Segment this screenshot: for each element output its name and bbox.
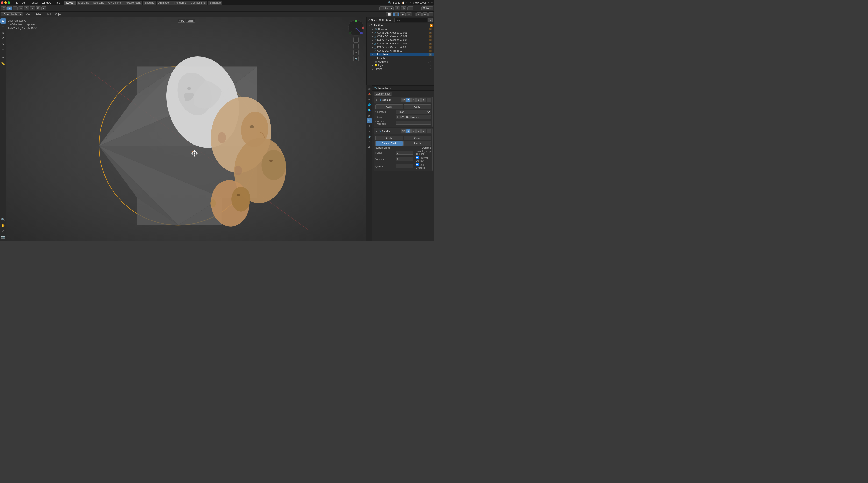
tab-uv-editing[interactable]: UV Editing: [106, 1, 123, 5]
outliner-item-cory6[interactable]: ▶ △ CORY OBJ Cleaned v2 🔽: [370, 49, 434, 53]
subdiv-down-btn[interactable]: ▼: [422, 129, 426, 134]
props-material-btn[interactable]: ⬟: [367, 145, 372, 150]
props-render-btn[interactable]: 🎬: [367, 86, 372, 91]
outliner-item-modifiers[interactable]: ⚙ Modifiers ⚙✏: [372, 60, 434, 63]
subdiv-render-btn[interactable]: 🎬: [401, 129, 405, 134]
bool-down-btn[interactable]: ▼: [422, 98, 426, 102]
outliner-item-cory2[interactable]: ▶ △ CORY OBJ Cleaned v2.002 🔽: [370, 34, 434, 38]
outliner-item-cory4[interactable]: ▶ △ CORY OBJ Cleaned v2.004 🔽: [370, 42, 434, 46]
tab-texture-paint[interactable]: Texture Paint: [123, 1, 142, 5]
props-physics-btn[interactable]: ≋: [367, 129, 372, 134]
bool-edit-btn[interactable]: ✏: [411, 98, 416, 102]
toolbar-mode-btn[interactable]: ⬚: [1, 6, 6, 10]
optimal-display-checkbox[interactable]: [416, 156, 419, 159]
bool-apply-btn[interactable]: Apply: [375, 105, 403, 109]
xray-btn[interactable]: ⊕: [423, 12, 428, 17]
render-input[interactable]: [396, 151, 413, 155]
camera-view-btn[interactable]: 📷: [353, 56, 359, 61]
outliner-item-cory1[interactable]: ▶ △ CORY OBJ Cleaned v2.001 🔽: [370, 31, 434, 34]
tab-shading[interactable]: Shading: [143, 1, 156, 5]
tool-extra-4[interactable]: 📷: [0, 234, 6, 239]
bool-render-btn[interactable]: 🎬: [401, 98, 405, 102]
props-modifier-btn[interactable]: 🔧: [367, 118, 372, 123]
outliner-item-cory3[interactable]: ▶ △ CORY OBJ Cleaned v2.003 🔽: [370, 38, 434, 42]
tab-layout[interactable]: Layout: [64, 1, 76, 5]
options-btn[interactable]: Options: [422, 6, 433, 10]
outliner-filter-btn[interactable]: ▼: [428, 18, 433, 23]
modifier-boolean-header[interactable]: ▼ ⬡ Boolean 🎬 👁 ✏ ▲ ▼ ⋯: [374, 97, 432, 103]
subdiv-copy-btn[interactable]: Copy: [404, 136, 431, 140]
mode-select[interactable]: Object Mode: [1, 12, 23, 17]
tool-annotate[interactable]: ✏: [0, 55, 6, 60]
outliner-item-light[interactable]: ▶ 💡 Light ⊙: [370, 63, 434, 67]
tool-move[interactable]: ⊕: [0, 30, 6, 35]
tool-rotate[interactable]: ↺: [0, 36, 6, 41]
solid-btn[interactable]: ⬛: [393, 12, 399, 17]
simple-tab[interactable]: Simple: [403, 141, 431, 146]
props-output-btn[interactable]: 📤: [367, 92, 372, 96]
snap-btn[interactable]: ⊡: [395, 6, 400, 10]
proportional-btn[interactable]: ◎: [401, 6, 406, 10]
minimize-button[interactable]: [4, 1, 7, 4]
nav-add[interactable]: Add: [45, 13, 52, 16]
material-btn[interactable]: ◐: [400, 12, 405, 17]
subdiv-apply-btn[interactable]: Apply: [375, 136, 403, 140]
toolbar-rotate-btn[interactable]: ↻: [24, 6, 29, 10]
tool-measure[interactable]: 📏: [0, 61, 6, 66]
bool-object-input[interactable]: [396, 115, 431, 119]
global-select[interactable]: Global: [379, 6, 394, 10]
zoom-out-btn[interactable]: −: [353, 44, 359, 49]
outliner-item-cory5[interactable]: ▶ △ CORY OBJ Cleaned v2.005 🔽: [370, 46, 434, 49]
bool-up-btn[interactable]: ▲: [416, 98, 421, 102]
bool-operation-select[interactable]: Union: [396, 110, 431, 114]
add-modifier-btn[interactable]: Add Modifier: [374, 92, 392, 96]
tool-scale[interactable]: ⤡: [0, 41, 6, 47]
tool-select[interactable]: ▶: [0, 18, 6, 24]
menu-file[interactable]: File: [12, 1, 20, 5]
modifier-subdiv-header[interactable]: ▼ ⬡ Subdiv 🎬 👁 ✏ ▲ ▼ ⋯: [374, 129, 432, 134]
tab-animation[interactable]: Animation: [156, 1, 172, 5]
bool-viewport-btn[interactable]: 👁: [406, 98, 410, 102]
props-constraints-btn[interactable]: 🔗: [367, 134, 372, 139]
props-particles-btn[interactable]: ✦: [367, 123, 372, 129]
subdiv-viewport-btn[interactable]: 👁: [406, 129, 410, 134]
wireframe-btn[interactable]: ⬜: [386, 12, 392, 17]
subdiv-up-btn[interactable]: ▲: [416, 129, 421, 134]
toolbar-extra-btn[interactable]: ∧: [41, 6, 46, 10]
toolbar-scale-btn[interactable]: ⤡: [30, 6, 35, 10]
props-data-btn[interactable]: △: [367, 140, 372, 144]
tool-extra-3[interactable]: ⤢: [0, 228, 6, 234]
rendered-btn[interactable]: ☀: [406, 12, 412, 17]
vp-select-btn[interactable]: Select: [186, 19, 195, 23]
quality-input[interactable]: [396, 164, 413, 168]
menu-window[interactable]: Window: [40, 1, 53, 5]
outliner-item-point[interactable]: ▶ • Point ⊙: [370, 67, 434, 71]
nav-object[interactable]: Object: [54, 13, 64, 16]
toolbar-select-btn[interactable]: ▶: [7, 6, 12, 10]
close-button[interactable]: [1, 1, 3, 4]
tool-extra-1[interactable]: 🔍: [0, 217, 6, 222]
more-btn[interactable]: ⋯: [407, 6, 413, 10]
subdiv-edit-btn[interactable]: ✏: [411, 129, 416, 134]
tab-modeling[interactable]: Modeling: [76, 1, 91, 5]
zoom-in-btn[interactable]: +: [353, 37, 359, 42]
bool-menu-btn[interactable]: ⋯: [427, 98, 431, 102]
outliner-item-icosphere-mesh[interactable]: ○ Icosphere: [372, 56, 434, 60]
bool-overlap-input[interactable]: 0.000001 m: [396, 121, 431, 125]
tool-transform[interactable]: ⊞: [0, 47, 6, 53]
use-creases-checkbox[interactable]: [416, 163, 419, 166]
outliner-item-camera[interactable]: ▶ 📷 Camera 🔽: [370, 27, 434, 31]
bool-copy-btn[interactable]: Copy: [404, 105, 431, 109]
toolbar-cursor-btn[interactable]: +: [13, 6, 18, 10]
menu-render[interactable]: Render: [28, 1, 40, 5]
nav-select[interactable]: Select: [34, 13, 44, 16]
tab-sculpting[interactable]: Sculpting: [91, 1, 106, 5]
menu-edit[interactable]: Edit: [20, 1, 28, 5]
outliner-item-icosphere[interactable]: ▼ ○ Icosphere 🔽: [370, 53, 434, 56]
nav-view[interactable]: View: [24, 13, 33, 16]
perspective-btn[interactable]: ◫: [353, 50, 359, 55]
outliner-search[interactable]: [394, 18, 428, 23]
menu-help[interactable]: Help: [53, 1, 62, 5]
props-world-btn[interactable]: 🌍: [367, 108, 372, 112]
tool-cursor[interactable]: ✛: [0, 24, 6, 29]
